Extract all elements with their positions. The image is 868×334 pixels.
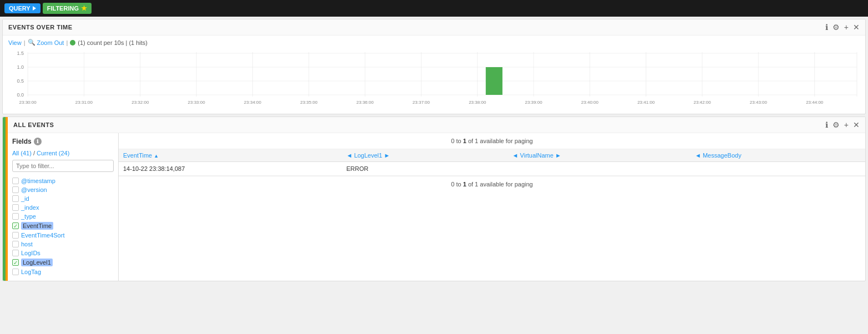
field-name-eventtime: EventTime [21,222,53,230]
svg-text:0.5: 0.5 [17,78,24,84]
fields-sidebar: Fields ℹ All (41) / Current (24) @timest… [8,133,119,281]
field-name-host: host [21,241,33,247]
field-checkbox-type[interactable] [12,213,19,220]
field-item-eventtime4sort[interactable]: EventTime4Sort [12,231,114,240]
field-item-eventtime[interactable]: ✓ EventTime [12,221,114,231]
field-checkbox-id[interactable] [12,195,19,202]
field-name-timestamp: @timestamp [21,178,55,184]
query-arrow-icon [33,6,36,11]
field-item-logtag[interactable]: LogTag [12,267,114,276]
svg-text:1.5: 1.5 [17,50,24,56]
field-item-timestamp[interactable]: @timestamp [12,176,114,185]
chart-container: View | 🔍 Zoom Out | (1) count per 10s | … [3,36,865,114]
field-checkbox-logtag[interactable] [12,269,19,275]
events-table: EventTime ▲ ◄ LogLevel1 ► ◄ VirtualName … [119,149,865,176]
close-icon[interactable]: ✕ [853,23,860,32]
svg-text:0.0: 0.0 [17,92,24,98]
plus-icon[interactable]: + [844,23,849,32]
cell-virtual-name [508,162,691,176]
field-checkbox-version[interactable] [12,186,19,193]
svg-text:23:42:00: 23:42:00 [693,100,711,105]
field-checkbox-eventtime4sort[interactable] [12,232,19,239]
all-events-header: ALL EVENTS ℹ ⚙ + ✕ [8,117,865,133]
fields-current-link[interactable]: Current (24) [37,150,69,156]
field-checkbox-logids[interactable] [12,250,19,256]
field-item-index[interactable]: _index [12,203,114,212]
info-icon[interactable]: ℹ [825,23,828,32]
query-button[interactable]: QUERY [4,3,40,13]
field-item-loglevel1[interactable]: ✓ LogLevel1 [12,257,114,267]
all-events-gear-icon[interactable]: ⚙ [833,120,840,129]
events-over-time-panel: EVENTS OVER TIME ℹ ⚙ + ✕ View | 🔍 Zoom O… [2,19,866,114]
col-virtual-name[interactable]: ◄ VirtualName ► [508,149,691,162]
cell-message-body [691,162,865,176]
field-name-logtag: LogTag [21,269,41,275]
field-item-id[interactable]: _id [12,194,114,203]
svg-text:23:32:00: 23:32:00 [131,100,149,105]
svg-text:23:44:00: 23:44:00 [806,100,824,105]
svg-text:23:40:00: 23:40:00 [581,100,599,105]
svg-text:23:31:00: 23:31:00 [75,100,93,105]
all-events-close-icon[interactable]: ✕ [853,120,860,129]
field-name-eventtime4sort: EventTime4Sort [21,232,64,239]
chart-svg: 1.5 1.0 0.5 0.0 [8,49,860,110]
chart-area: 1.5 1.0 0.5 0.0 [8,49,860,110]
fields-label: Fields [12,138,32,145]
field-item-version[interactable]: @version [12,185,114,194]
top-nav: QUERY FILTERING ★ [0,0,868,17]
fields-info-icon[interactable]: ℹ [34,138,42,145]
all-events-plus-icon[interactable]: + [844,120,849,129]
zoom-out-label: Zoom Out [37,39,64,46]
field-item-logids[interactable]: LogIDs [12,249,114,257]
paging-info-bottom: 0 to 1 of 1 available for paging [119,176,865,192]
col-log-level1[interactable]: ◄ LogLevel1 ► [342,149,507,162]
field-name-version: @version [21,186,47,193]
svg-text:23:34:00: 23:34:00 [244,100,262,105]
events-over-time-header: EVENTS OVER TIME ℹ ⚙ + ✕ [3,19,865,36]
table-header-row: EventTime ▲ ◄ LogLevel1 ► ◄ VirtualName … [119,149,865,162]
field-checkbox-index[interactable] [12,204,19,211]
field-name-id: _id [21,195,29,202]
field-checkbox-loglevel1[interactable]: ✓ [12,259,19,266]
cell-event-time: 14-10-22 23:38:14,087 [119,162,342,176]
events-content: Fields ℹ All (41) / Current (24) @timest… [8,133,865,281]
gear-icon[interactable]: ⚙ [833,23,840,32]
events-table-container: 0 to 1 of 1 available for paging EventTi… [119,133,865,281]
svg-text:23:38:00: 23:38:00 [469,100,486,105]
svg-text:23:35:00: 23:35:00 [300,100,318,105]
filtering-button[interactable]: FILTERING ★ [43,3,92,14]
panel-actions: ℹ ⚙ + ✕ [825,23,860,32]
field-checkbox-eventtime[interactable]: ✓ [12,222,19,229]
table-row[interactable]: 14-10-22 23:38:14,087 ERROR [119,162,865,176]
fields-all-link[interactable]: All (41) [12,150,32,156]
svg-text:23:37:00: 23:37:00 [413,100,430,105]
chart-controls: View | 🔍 Zoom Out | (1) count per 10s | … [8,39,860,46]
zoom-out-button[interactable]: 🔍 Zoom Out [28,39,64,46]
star-icon: ★ [81,4,87,12]
svg-text:23:41:00: 23:41:00 [637,100,655,105]
all-events-actions: ℹ ⚙ + ✕ [825,120,860,129]
col-message-body[interactable]: ◄ MessageBody [691,149,865,162]
field-name-type: _type [21,213,36,220]
field-item-type[interactable]: _type [12,212,114,221]
all-events-title: ALL EVENTS [13,122,54,128]
field-checkbox-host[interactable] [12,241,19,247]
field-item-host[interactable]: host [12,240,114,249]
series-dot-icon [70,40,75,45]
view-link[interactable]: View [8,39,22,46]
fields-filter-input[interactable] [12,160,114,172]
svg-text:23:36:00: 23:36:00 [356,100,374,105]
svg-text:23:43:00: 23:43:00 [750,100,768,105]
svg-text:1.0: 1.0 [17,64,24,70]
svg-text:23:33:00: 23:33:00 [188,100,206,105]
fields-count: All (41) / Current (24) [12,150,114,156]
events-over-time-title: EVENTS OVER TIME [8,24,73,31]
col-event-time[interactable]: EventTime ▲ [119,149,342,162]
all-events-info-icon[interactable]: ℹ [825,120,828,129]
paging-info-top: 0 to 1 of 1 available for paging [119,133,865,149]
field-checkbox-timestamp[interactable] [12,178,19,184]
count-info: (1) count per 10s | (1 hits) [78,39,148,46]
field-name-index: _index [21,204,39,211]
fields-header: Fields ℹ [12,138,114,145]
all-events-panel: ALL EVENTS ℹ ⚙ + ✕ Fields ℹ All (41) / C… [2,117,866,281]
